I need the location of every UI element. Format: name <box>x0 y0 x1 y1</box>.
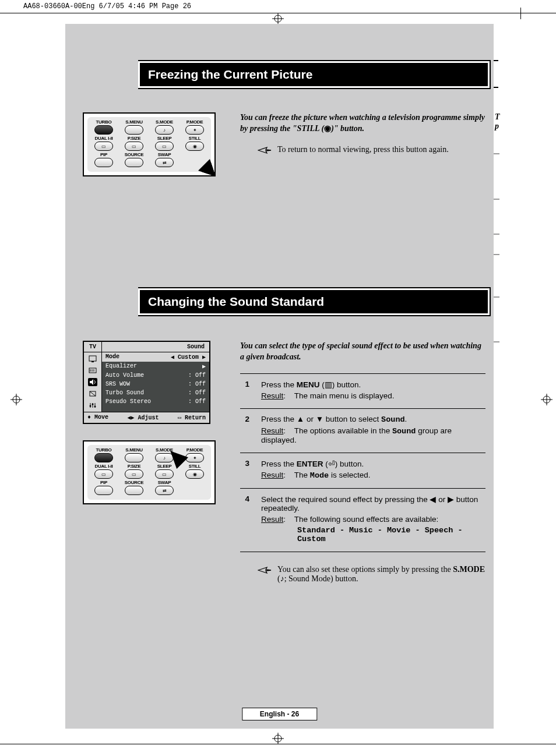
remote-button-pip <box>94 158 113 167</box>
step-item: 1 Press the MENU (▥) button. Result: The… <box>240 374 485 409</box>
still-icon: ◉ <box>324 124 331 133</box>
registration-mark-icon <box>541 394 553 405</box>
remote-button-source <box>125 158 143 167</box>
section-intro: You can select the type of special sound… <box>240 341 485 363</box>
osd-row-mode: Mode◀ Custom ▶ <box>102 352 209 362</box>
remote-button-sleep: ▭ <box>155 469 174 479</box>
channel-icon <box>88 390 97 398</box>
cutoff-text: p <box>495 122 500 131</box>
section-intro: You can freeze the picture when watching… <box>240 112 485 135</box>
svg-point-20 <box>90 405 92 407</box>
registration-mark-icon <box>272 733 284 744</box>
section-title: Changing the Sound Standard <box>140 290 488 313</box>
svg-line-16 <box>90 391 96 396</box>
step-number: 1 <box>240 380 249 402</box>
steps-list: 1 Press the MENU (▥) button. Result: The… <box>240 373 485 552</box>
step-item: 4 Select the required sound effect by pr… <box>240 489 485 552</box>
osd-source-label: TV <box>84 342 102 352</box>
pointer-arrow-icon <box>258 146 272 157</box>
updown-icon: ♦ <box>87 414 94 421</box>
section-heading-box: Changing the Sound Standard <box>138 287 491 316</box>
svg-marker-14 <box>90 379 93 385</box>
svg-point-22 <box>94 406 96 408</box>
remote-button-swap: ⇄ <box>155 486 174 495</box>
remote-button-dual: ▭ <box>94 469 113 479</box>
osd-row: SRS WOW: Off <box>102 380 209 388</box>
osd-row: Equalizer▶ <box>102 362 209 371</box>
step-number: 4 <box>240 494 249 546</box>
adjacent-page-fragment <box>494 60 498 88</box>
crop-marks-bottom <box>0 729 556 744</box>
remote-button-still: ◉ <box>185 142 204 151</box>
osd-menu-illustration: TV Sound Mode◀ Custom ▶ <box>83 341 210 424</box>
osd-option-list: Mode◀ Custom ▶ Equalizer▶ Auto Volume: O… <box>102 352 209 412</box>
osd-row: Pseudo Stereo: Off <box>102 397 209 406</box>
registration-mark-icon <box>272 13 284 24</box>
step-number: 3 <box>240 459 249 482</box>
osd-row: Auto Volume: Off <box>102 371 209 380</box>
menu-icon: ▥ <box>325 380 332 389</box>
remote-illustration: TURBO S.MENU S.MODE♪ P.MODE✦ DUAL I-II▭ … <box>83 440 216 504</box>
osd-icon-rail <box>84 352 102 412</box>
left-gutter <box>0 24 65 729</box>
svg-point-21 <box>92 404 94 405</box>
remote-button-pmode: ✦ <box>185 453 204 462</box>
tip-note: To return to normal viewing, press this … <box>258 145 485 157</box>
crop-marks-top <box>0 13 556 24</box>
registration-mark-icon <box>10 394 22 405</box>
svg-rect-8 <box>89 356 96 361</box>
right-gutter: T p <box>494 24 556 729</box>
remote-button-turbo <box>94 453 113 462</box>
remote-button-smenu <box>125 125 143 135</box>
leftright-icon: ◀▶ <box>127 415 138 421</box>
tip-text: To return to normal viewing, press this … <box>277 145 449 154</box>
manual-page: Freezing the Current Picture TURBO S.MEN… <box>65 24 494 729</box>
smode-icon: ♪ <box>280 574 284 583</box>
pointer-arrow-icon <box>258 566 272 577</box>
remote-button-psize: ▭ <box>125 142 143 151</box>
section-heading-box: Freezing the Current Picture <box>138 60 491 89</box>
enter-icon: ⏎ <box>328 460 335 468</box>
remote-button-smode: ♪ <box>155 125 174 135</box>
osd-row: Turbo Sound: Off <box>102 388 209 397</box>
picture-icon <box>88 355 97 363</box>
remote-button-pmode: ✦ <box>185 125 204 135</box>
section-title: Freezing the Current Picture <box>140 63 488 86</box>
page-number: English - 26 <box>242 708 317 720</box>
tip-note: You can also set these options simply by… <box>258 565 485 584</box>
sound-effects-list: Standard - Music - Movie - Speech - Cust… <box>261 526 485 543</box>
cutoff-text: T <box>495 112 500 122</box>
svg-rect-9 <box>92 361 94 362</box>
step-item: 2 Press the ▲ or ▼ button to select Soun… <box>240 409 485 453</box>
return-icon: ▭ <box>178 415 185 421</box>
setup-icon <box>88 401 97 409</box>
remote-button-source <box>125 486 143 495</box>
remote-button-psize: ▭ <box>125 469 143 479</box>
osd-menu-title: Sound <box>102 342 209 352</box>
remote-button-sleep: ▭ <box>155 142 174 151</box>
remote-button-smode: ♪ <box>155 453 174 462</box>
remote-illustration: TURBO S.MENU S.MODE♪ P.MODE✦ DUAL I-II▭ … <box>83 112 216 176</box>
remote-button-turbo <box>94 125 113 135</box>
remote-button-pip <box>94 486 113 495</box>
sound-icon <box>88 378 97 386</box>
remote-button-swap: ⇄ <box>155 158 174 167</box>
remote-button-still: ◉ <box>185 469 204 479</box>
remote-button-smenu <box>125 453 143 462</box>
step-item: 3 Press the ENTER (⏎) button. Result: Th… <box>240 453 485 489</box>
step-number: 2 <box>240 415 249 447</box>
remote-button-dual: ▭ <box>94 142 113 151</box>
osd-footer-hints: ♦ Move ◀▶ Adjust ▭ Return <box>84 412 209 423</box>
input-icon <box>88 366 97 375</box>
print-job-header: AA68-03660A-00Eng 6/7/05 4:46 PM Page 26 <box>0 0 556 13</box>
